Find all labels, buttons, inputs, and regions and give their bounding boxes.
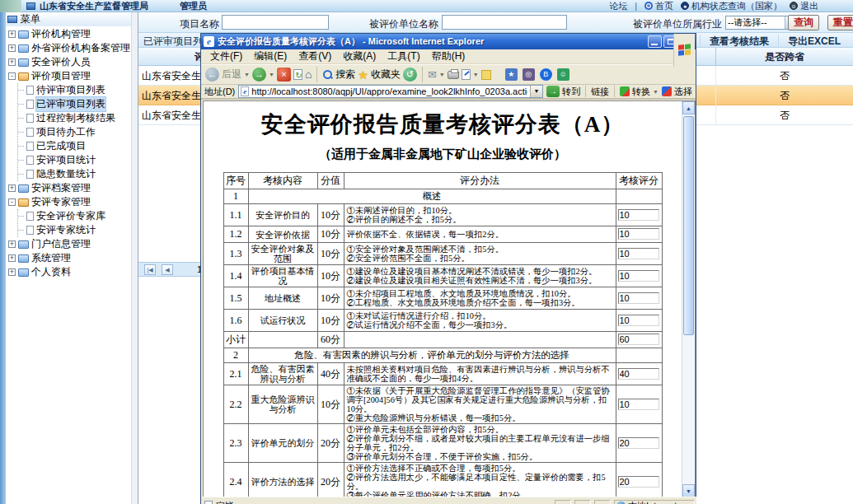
search-button[interactable]: 查询 (788, 15, 819, 30)
sidebar-item[interactable]: 已评审项目列表 (18, 97, 131, 111)
window-title-bar[interactable]: e 安全评价报告质量考核评分表（A） - Microsoft Internet … (201, 34, 696, 49)
menu-item[interactable]: 编辑(E) (248, 49, 293, 63)
score-input[interactable] (618, 334, 659, 345)
score-input[interactable] (618, 399, 659, 410)
sidebar-item[interactable]: -评价项目管理 (6, 69, 131, 83)
addon-favorites-icon[interactable]: ★ (505, 68, 518, 81)
sidebar-item[interactable]: -安评专家管理 (6, 195, 131, 209)
forward-dropdown-icon[interactable]: ▼ (269, 72, 274, 77)
row-number: 小计 (223, 332, 248, 348)
favorites-button[interactable]: ★ 收藏夹 (358, 68, 401, 82)
mail-dropdown-icon[interactable]: ▼ (439, 72, 445, 77)
tree-expander-icon[interactable]: - (8, 72, 16, 80)
search-toolbar-button[interactable]: 搜索 (322, 68, 355, 82)
menu-item[interactable]: 收藏(A) (337, 49, 382, 63)
sidebar-item[interactable]: +个人资料 (6, 265, 131, 279)
tree-expander-icon[interactable]: + (8, 254, 16, 262)
sidebar-item[interactable]: 安全评价专家库 (18, 209, 131, 223)
menu-item[interactable]: 查看(V) (293, 49, 337, 63)
minimize-button[interactable] (648, 35, 662, 48)
addon-research-icon[interactable]: ◎ (523, 68, 535, 81)
discuss-button[interactable] (481, 70, 491, 80)
tree-expander-icon[interactable]: + (8, 268, 16, 276)
grid-action-2[interactable]: 查看考核结果 (700, 35, 778, 49)
project-name-input[interactable] (222, 15, 329, 30)
score-input[interactable] (618, 476, 659, 488)
score-input[interactable] (618, 270, 659, 282)
industry-select[interactable]: --请选择-- ▼ (725, 16, 798, 30)
sidebar-item[interactable]: +系统管理 (6, 251, 131, 265)
column-header: 评分办法 (344, 173, 616, 189)
address-dropdown-icon[interactable]: ▼ (530, 86, 542, 97)
score-input[interactable] (618, 248, 659, 259)
topbar-link-1[interactable]: 论坛 (609, 0, 627, 12)
go-button[interactable]: → 转到 (546, 86, 580, 98)
messenger-icon[interactable]: ☺ (557, 68, 569, 81)
scrollbar-thumb[interactable] (683, 116, 694, 335)
edit-button[interactable]: ▼ (462, 69, 479, 80)
topbar-link-3[interactable]: ●机构状态查询（国家） (681, 0, 782, 12)
grid-action-3[interactable]: 导出EXCEL (778, 35, 850, 49)
scroll-down-icon[interactable]: ▼ (682, 484, 695, 497)
tree-expander-icon[interactable]: + (8, 58, 16, 66)
sidebar-item[interactable]: 待评审项目列表 (18, 83, 131, 97)
score-input[interactable] (618, 292, 659, 304)
scroll-up-icon[interactable]: ▲ (682, 101, 695, 114)
sidebar-item[interactable]: +评价机构管理 (6, 27, 131, 41)
sidebar-item[interactable]: 隐患数量统计 (18, 167, 131, 181)
unit-name-input[interactable] (442, 15, 567, 30)
sidebar-scrollbar[interactable] (131, 12, 138, 504)
reset-button[interactable]: 重置 (827, 15, 853, 30)
menu-item[interactable]: 工具(T) (382, 49, 425, 63)
topbar-link-4[interactable]: o退出 (790, 0, 818, 12)
score-input[interactable] (618, 228, 659, 240)
sidebar-item[interactable]: 安评项目统计 (18, 153, 131, 167)
sidebar-item[interactable]: +外省评价机构备案管理 (6, 41, 131, 55)
links-label[interactable]: 链接 (591, 86, 609, 98)
sidebar-item[interactable]: 安评专家统计 (18, 223, 131, 237)
sidebar-item[interactable]: +安全评价人员 (6, 55, 131, 69)
content-scrollbar[interactable]: ▲ ▼ (682, 101, 695, 497)
sidebar-item[interactable]: +安评档案管理 (6, 181, 131, 195)
sidebar-item[interactable]: 项目待办工作 (18, 125, 131, 139)
back-button[interactable]: ← 后退 ▼ (205, 68, 250, 82)
prev-page-button[interactable]: ◀ (162, 264, 173, 275)
home-button[interactable]: ⌂ (305, 68, 312, 82)
sidebar-item[interactable]: 已完成项目 (18, 139, 131, 153)
score-table-body: 1概述1.1安全评价目的10分①未阐述评价目的，扣10分。 ②评价目的阐述不全，… (223, 189, 662, 498)
history-button[interactable]: ↺ (403, 68, 417, 82)
convert-dropdown-icon[interactable]: ▼ (653, 89, 658, 95)
star-icon: ★ (358, 68, 368, 82)
refresh-button[interactable] (293, 69, 302, 80)
address-input[interactable]: e http://localhost:8080/aqpj/UI/appro/ex… (238, 85, 543, 98)
column-header: 序号 (223, 173, 248, 189)
score-input[interactable] (618, 437, 659, 449)
score-input[interactable] (618, 315, 659, 326)
back-dropdown-icon[interactable]: ▼ (244, 72, 250, 77)
sidebar-item[interactable]: +门户信息管理 (6, 237, 131, 251)
stop-button[interactable]: × (277, 68, 291, 82)
sidebar-item[interactable]: 过程控制考核结果 (18, 111, 131, 125)
tree-expander-icon[interactable]: - (8, 198, 16, 206)
score-input[interactable] (618, 209, 659, 221)
select-button[interactable]: 选择 (662, 86, 692, 98)
forward-button[interactable]: → ▼ (252, 68, 274, 82)
menu-item[interactable]: 文件(F) (204, 49, 248, 63)
score-input[interactable] (618, 368, 659, 380)
exit-icon: o (790, 2, 798, 10)
tree-expander-icon[interactable]: + (8, 30, 16, 38)
print-button[interactable] (448, 71, 459, 79)
edit-dropdown-icon[interactable]: ▼ (473, 72, 479, 77)
browser-content: 安全评价报告质量考核评分表（A） （适用于金属非金属地下矿山企业验收评价） 序号… (203, 100, 696, 498)
topbar-link-2[interactable]: ⌂首页 (644, 0, 673, 12)
convert-button[interactable]: 转换 ▼ (620, 86, 658, 98)
tree-expander-icon[interactable]: + (8, 240, 16, 248)
topbar-links: 论坛|⌂首页●机构状态查询（国家）o退出 (609, 0, 818, 12)
mail-button[interactable]: ✉▼ (428, 68, 445, 81)
convert-label: 转换 (632, 86, 650, 98)
bluetooth-icon[interactable]: B (540, 68, 552, 81)
menu-item[interactable]: 帮助(H) (426, 49, 471, 63)
tree-expander-icon[interactable]: + (8, 44, 16, 52)
tree-expander-icon[interactable]: + (8, 184, 16, 192)
first-page-button[interactable]: |◀ (144, 264, 156, 275)
